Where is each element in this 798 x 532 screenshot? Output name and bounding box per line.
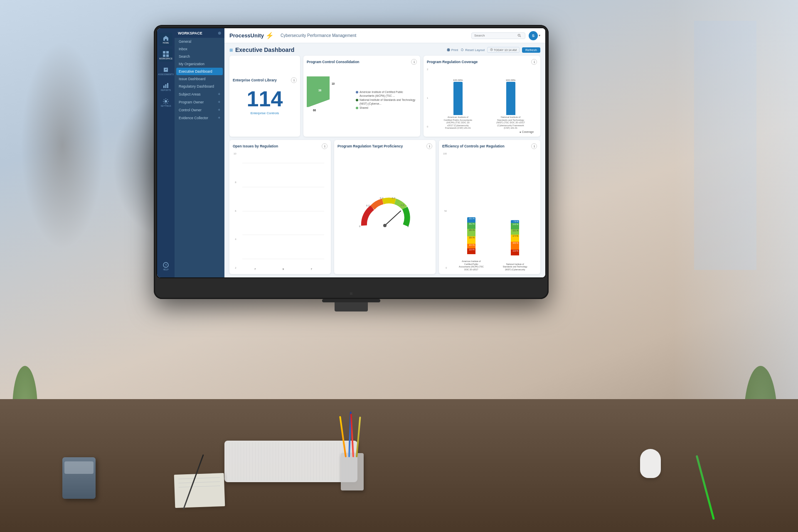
svg-point-19 [383, 224, 387, 227]
nav-control-owner[interactable]: Control Owner+ [175, 106, 224, 114]
reset-layout-button[interactable]: Reset Layout [461, 48, 485, 52]
search-input[interactable] [474, 34, 516, 37]
nav-program-owner[interactable]: Program Owner+ [175, 98, 224, 106]
enterprise-card-title: Enterprise Control Library [233, 78, 277, 82]
nav-inbox[interactable]: Inbox [175, 45, 224, 53]
nist-seg-2: 14.8 % [511, 223, 519, 229]
assessments-label: ASSESSMENTS [158, 74, 174, 76]
gauge-label-0: 0 [359, 225, 361, 228]
enterprise-control-card: Enterprise Control Library ℹ 114 Enterpr… [229, 56, 300, 137]
svg-rect-4 [163, 86, 165, 88]
dashboard-icon: ⊞ [229, 48, 233, 52]
nav-subject-areas[interactable]: Subject Areas+ [175, 90, 224, 98]
issues-bar-group-3: 7 [298, 268, 324, 271]
bottom-cards-row: Open Issues by Regulation ℹ 10 8 6 [229, 140, 540, 274]
nav-search[interactable]: Search [175, 53, 224, 60]
workspace-expand-icon[interactable]: ⊕ [218, 31, 221, 35]
coverage-label-1: American Institute of Certified Public A… [443, 116, 473, 130]
nist-seg-3: 13.1 % [511, 229, 519, 235]
open-issues-card: Open Issues by Regulation ℹ 10 8 6 [229, 140, 331, 274]
issues-bar-value-3: 7 [310, 268, 312, 270]
svg-rect-3 [166, 54, 169, 57]
nav-general[interactable]: General [175, 38, 224, 45]
target-proficiency-info[interactable]: ℹ [426, 143, 432, 149]
nist-seg-6: 13.9 % [511, 250, 519, 255]
user-dropdown-icon[interactable]: ▾ [539, 34, 540, 37]
pie-legend-aicpa: American Institute of Certified Public A… [356, 91, 417, 98]
aicpa-seg-1: 13.1 % [467, 217, 475, 223]
nist-stacked-label: National Institute of Standards and Tech… [502, 263, 527, 271]
nist-seg-5: 18.6 % [511, 242, 519, 250]
pie-label-38: 38 [318, 89, 321, 92]
aicpa-seg-4: 18.6 % [467, 236, 475, 244]
pencil-cup [341, 453, 364, 490]
issues-bar-group-2: 9 [270, 268, 296, 271]
stacked-bar-aicpa-segments: 13.1 % 26.2 % 18.0 % [467, 217, 475, 259]
print-button[interactable]: Print [447, 48, 458, 52]
nav-evidence-collector[interactable]: Evidence Collector+ [175, 114, 224, 122]
regulation-coverage-title: Program Regulation Coverage [427, 60, 478, 64]
efficiency-info[interactable]: ℹ [531, 143, 537, 149]
svg-point-15 [449, 50, 450, 50]
coverage-bar-2: 100.00% National Institute of Standards … [488, 79, 534, 130]
regulation-coverage-card: Program Regulation Coverage ℹ 2 1 0 [424, 56, 540, 137]
enterprise-control-label: Enterprise Controls [251, 111, 279, 115]
highlighter [696, 455, 715, 520]
coverage-value-1: 100.00% [453, 79, 463, 81]
workspace-label: WORKSPACE [159, 58, 172, 60]
target-proficiency-card: Program Regulation Target Proficiency ℹ [334, 140, 436, 274]
sidebar-reports[interactable]: REPORTS [159, 80, 172, 93]
main-content: ProcessUnity ⚡ Cybersecurity Performance… [224, 28, 545, 277]
nav-executive-dashboard[interactable]: Executive Dashboard [176, 68, 223, 75]
coverage-value-2: 100.00% [506, 79, 516, 81]
gauge-label-08: 0.8 [401, 204, 404, 206]
stacked-bar-nist-segments: 7.6 % 14.8 % 13.1 % [511, 220, 519, 262]
svg-point-10 [518, 34, 520, 36]
svg-rect-0 [163, 51, 165, 54]
pie-label-10: 10 [332, 82, 335, 85]
nist-seg-4: 17.4 % [511, 235, 519, 242]
sidebar-assessments[interactable]: ASSESSMENTS [159, 64, 172, 78]
nav-my-org[interactable]: My Organization [175, 60, 224, 68]
coverage-rect-2 [506, 82, 515, 115]
dashboard-area: ⊞ Executive Dashboard Print R [224, 43, 545, 277]
user-avatar[interactable]: S [529, 31, 538, 40]
clock-icon [490, 48, 493, 51]
issues-bars: 7 9 7 [242, 151, 324, 271]
gauge-label-06: 0.6 [392, 197, 396, 199]
open-issues-info[interactable]: ℹ [322, 143, 328, 149]
settings-label: SETTINGS [160, 105, 171, 107]
sidebar-home[interactable]: HOME [159, 33, 172, 46]
sidebar-help[interactable]: ? HELP [159, 260, 172, 273]
gauge-svg: 0 0.2 0.4 0.6 0.8 1 [356, 192, 414, 230]
reset-icon [461, 48, 464, 51]
sidebar-settings[interactable]: SETTINGS [159, 96, 172, 109]
stacked-bar-nist: 7.6 % 14.8 % 13.1 % [495, 220, 535, 271]
stacked-bar-aicpa: 13.1 % 26.2 % 18.0 % [451, 217, 491, 271]
refresh-button[interactable]: Refresh [522, 47, 540, 53]
gauge-container: 0 0.2 0.4 0.6 0.8 1 [337, 151, 432, 271]
svg-rect-6 [167, 83, 168, 88]
gauge-label-04: 0.4 [380, 197, 384, 199]
pie-chart-svg [307, 76, 352, 122]
target-proficiency-title: Program Regulation Target Proficiency [337, 144, 403, 148]
program-control-title: Program Control Consolidation [307, 60, 360, 64]
header-search[interactable] [471, 32, 525, 39]
issues-chart-area: 7 9 7 [239, 151, 328, 271]
program-control-info[interactable]: ℹ [411, 59, 417, 65]
nav-regulatory-dashboard[interactable]: Regulatory Dashboard [175, 83, 224, 90]
pie-legend-shared: Shared [356, 106, 417, 110]
top-cards-row: Enterprise Control Library ℹ 114 Enterpr… [229, 56, 540, 137]
pie-label-66: 66 [313, 109, 316, 112]
notepad [174, 473, 225, 508]
sidebar-workspace[interactable]: WORKSPACE [159, 49, 172, 62]
regulation-coverage-info[interactable]: ℹ [531, 59, 537, 65]
coverage-rect-1 [453, 82, 463, 115]
desk [0, 399, 798, 532]
mouse [640, 449, 661, 478]
svg-line-11 [520, 36, 521, 37]
reports-label: REPORTS [161, 89, 171, 91]
nav-issue-dashboard[interactable]: Issue Dashboard [175, 75, 224, 83]
stacked-bars-container: 13.1 % 26.2 % 18.0 % [449, 151, 537, 271]
enterprise-info-button[interactable]: ℹ [291, 77, 297, 83]
